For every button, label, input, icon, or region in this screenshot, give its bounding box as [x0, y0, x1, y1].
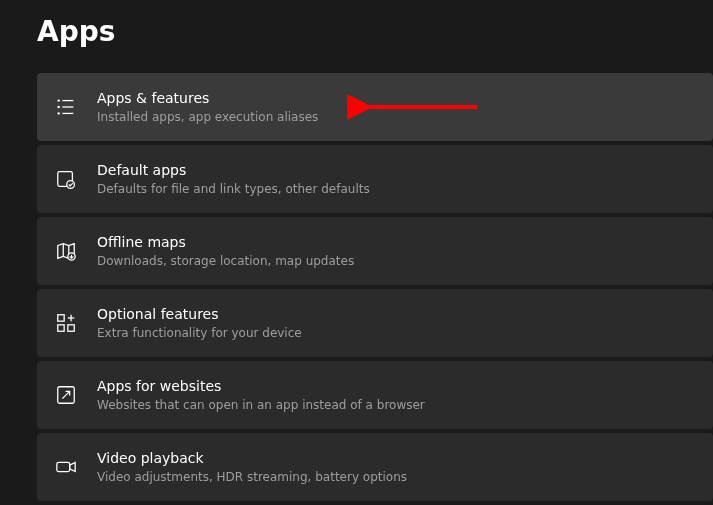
item-title: Optional features: [97, 305, 302, 323]
item-subtitle: Defaults for file and link types, other …: [97, 181, 370, 198]
item-text: Apps & features Installed apps, app exec…: [97, 89, 318, 126]
item-subtitle: Websites that can open in an app instead…: [97, 397, 425, 414]
video-playback-item[interactable]: Video playback Video adjustments, HDR st…: [37, 433, 713, 501]
page-title: Apps: [37, 15, 713, 48]
item-title: Video playback: [97, 449, 407, 467]
item-text: Apps for websites Websites that can open…: [97, 377, 425, 414]
item-text: Optional features Extra functionality fo…: [97, 305, 302, 342]
svg-rect-13: [58, 325, 64, 331]
optional-features-item[interactable]: Optional features Extra functionality fo…: [37, 289, 713, 357]
apps-settings-page: Apps Apps & features Installed apps, app…: [0, 0, 713, 505]
default-apps-icon: [55, 168, 77, 190]
apps-and-features-item[interactable]: Apps & features Installed apps, app exec…: [37, 73, 713, 141]
apps-for-websites-item[interactable]: Apps for websites Websites that can open…: [37, 361, 713, 429]
item-title: Default apps: [97, 161, 370, 179]
apps-features-icon: [55, 96, 77, 118]
optional-features-icon: [55, 312, 77, 334]
item-subtitle: Extra functionality for your device: [97, 325, 302, 342]
default-apps-item[interactable]: Default apps Defaults for file and link …: [37, 145, 713, 213]
svg-point-2: [57, 106, 59, 108]
item-subtitle: Installed apps, app execution aliases: [97, 109, 318, 126]
offline-maps-icon: [55, 240, 77, 262]
item-title: Apps & features: [97, 89, 318, 107]
offline-maps-item[interactable]: Offline maps Downloads, storage location…: [37, 217, 713, 285]
item-text: Video playback Video adjustments, HDR st…: [97, 449, 407, 486]
svg-rect-18: [57, 462, 70, 471]
annotation-arrow-icon: [347, 92, 487, 122]
svg-point-8: [67, 181, 75, 189]
item-subtitle: Downloads, storage location, map updates: [97, 253, 354, 270]
svg-rect-14: [68, 325, 74, 331]
item-text: Offline maps Downloads, storage location…: [97, 233, 354, 270]
item-subtitle: Video adjustments, HDR streaming, batter…: [97, 469, 407, 486]
svg-point-0: [57, 99, 59, 101]
video-playback-icon: [55, 456, 77, 478]
apps-for-websites-icon: [55, 384, 77, 406]
item-text: Default apps Defaults for file and link …: [97, 161, 370, 198]
svg-rect-12: [58, 315, 64, 321]
svg-point-4: [57, 112, 59, 114]
item-title: Offline maps: [97, 233, 354, 251]
item-title: Apps for websites: [97, 377, 425, 395]
settings-list: Apps & features Installed apps, app exec…: [37, 73, 713, 501]
